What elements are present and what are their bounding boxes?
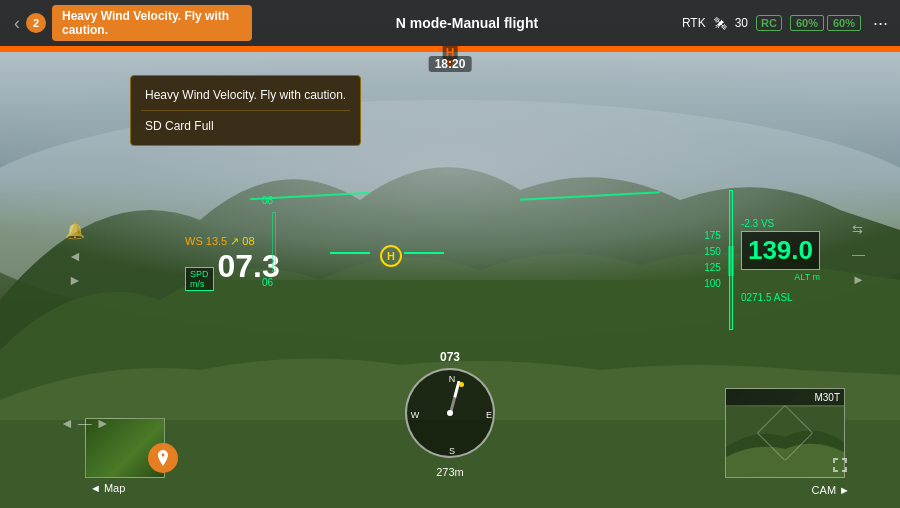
time-display: 18:20 [429,56,472,72]
left-arrow-down[interactable]: ► [68,272,82,288]
header-right: RTK 🛰 30 RC 60% 60% ··· [682,13,892,34]
camera-thumbnail[interactable]: M30T [725,388,845,478]
more-button[interactable]: ··· [869,13,892,34]
left-controls: 🔔 ◄ ► [65,221,85,288]
map-label[interactable]: ◄ Map [90,482,125,494]
alert-pill[interactable]: Heavy Wind Velocity. Fly with caution. [52,5,252,41]
alt-unit-label: ALT m [741,272,820,282]
alt-panel: 175 150 125 100 -2.3 VS 139.0 ALT m 0271… [704,190,820,330]
right-arrow-down[interactable]: — [852,247,865,262]
alt-main-value: 139.0 [741,231,820,270]
left-tick-06: 06 [262,272,276,294]
cam-model-label: M30T [814,392,840,403]
left-vertical-scale: 08 06 [262,190,276,294]
h-waypoint-label: H [387,250,395,262]
alt-tick-150: 150 [704,244,721,260]
bell-icon[interactable]: 🔔 [65,221,85,240]
alt-indicator [728,246,734,276]
alt-tick-100: 100 [704,276,721,292]
battery-group: 60% 60% [790,15,861,31]
alert-item-sd[interactable]: SD Card Full [131,111,360,141]
svg-text:W: W [411,410,420,420]
left-arrow-up[interactable]: ◄ [68,248,82,264]
alt-scale: 175 150 125 100 [704,228,721,292]
compass-dial: 073 N S W E [405,368,495,458]
rc-arrows: ◄ — ► [60,415,110,431]
vs-label: -2.3 VS [741,218,774,229]
left-tick-08: 08 [262,190,276,212]
alt-bar [729,190,733,330]
battery1: 60% [790,15,824,31]
rc-left[interactable]: ◄ [60,415,74,431]
compass-distance: 273m [436,466,464,478]
satellite-icon: 🛰 [714,16,727,31]
spd-box: SPD m/s [185,267,214,291]
rc-right[interactable]: — [78,415,92,431]
h-waypoint-circle: H [380,245,402,267]
alert-count-badge: 2 [26,13,46,33]
rc-right2[interactable]: ► [96,415,110,431]
signal-value: 30 [735,16,748,30]
compass-heading: 073 [440,350,460,364]
right-arrow-up[interactable]: ⇆ [852,222,865,237]
alt-tick-175: 175 [704,228,721,244]
svg-text:S: S [449,446,455,456]
right-arrow-extra[interactable]: ► [852,272,865,287]
battery2: 60% [827,15,861,31]
alt-tick-125: 125 [704,260,721,276]
rc-badge: RC [756,15,782,31]
alert-dropdown: Heavy Wind Velocity. Fly with caution. S… [130,75,361,146]
map-icon [148,443,178,473]
flight-mode-label: N mode-Manual flight [252,15,682,31]
back-button[interactable]: ‹ [8,13,26,34]
expand-cam-icon[interactable] [832,457,848,476]
cam-label-side[interactable]: CAM ► [812,484,850,496]
alert-item-wind[interactable]: Heavy Wind Velocity. Fly with caution. [131,80,360,110]
alt-readout: -2.3 VS 139.0 ALT m 0271.5 ASL [741,218,820,303]
svg-text:E: E [486,410,492,420]
header: ‹ 2 Heavy Wind Velocity. Fly with cautio… [0,0,900,46]
app: ‹ 2 Heavy Wind Velocity. Fly with cautio… [0,0,900,508]
map-icon-inner [148,443,178,473]
rtk-label: RTK [682,16,706,30]
h-waypoint-marker: H [380,245,402,267]
right-controls: ⇆ — ► [852,222,865,287]
compass: 073 N S W E 273m [405,368,495,458]
svg-text:N: N [449,374,456,384]
cam-label-bar: M30T [726,389,844,405]
asl-label: 0271.5 ASL [741,292,820,303]
